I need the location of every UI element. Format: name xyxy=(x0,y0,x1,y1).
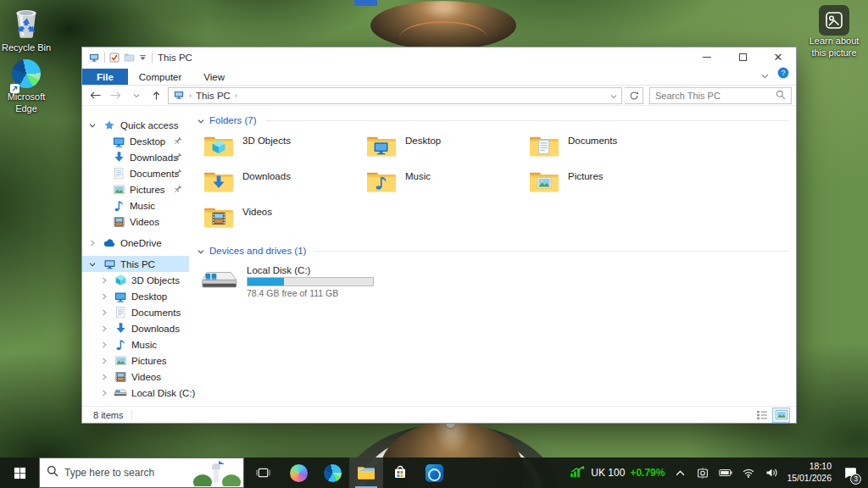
sidebar-item-3d-objects[interactable]: 3D Objects xyxy=(82,272,189,288)
battery-icon[interactable] xyxy=(718,458,733,488)
address-bar[interactable]: › This PC › xyxy=(168,87,622,104)
wallpaper-blue-banner xyxy=(354,0,377,6)
sidebar-item-videos[interactable]: Videos xyxy=(82,214,189,230)
sidebar-item-downloads[interactable]: Downloads xyxy=(82,149,189,165)
taskbar-search-box[interactable] xyxy=(39,458,244,488)
chevron-down-icon[interactable] xyxy=(198,243,204,258)
drive-tile-local-disk-c[interactable]: Local Disk (C:)78.4 GB free of 111 GB xyxy=(201,265,789,298)
chevron-right-icon[interactable] xyxy=(100,390,108,396)
stock-symbol: UK 100 xyxy=(591,467,625,479)
volume-icon[interactable] xyxy=(764,458,779,488)
qat-customize-button[interactable] xyxy=(139,54,147,61)
close-button[interactable]: ✕ xyxy=(760,47,796,67)
chevron-right-icon[interactable] xyxy=(100,341,108,348)
sidebar-item-downloads[interactable]: Downloads xyxy=(82,320,189,336)
stock-ticker-widget[interactable]: UK 100 +0.79% xyxy=(570,465,665,480)
folder-tile-music[interactable]: Music xyxy=(365,169,528,204)
sidebar-item-music[interactable]: Music xyxy=(82,336,189,352)
breadcrumb-chevron-icon[interactable]: › xyxy=(235,92,237,100)
file-explorer-window: This PC ✕ File Computer View ? › xyxy=(81,47,797,424)
desktop-wallpaper: Recycle Bin Microsoft Edge Learn about t… xyxy=(0,0,868,488)
chevron-down-icon[interactable] xyxy=(88,122,97,129)
folder-tile-desktop[interactable]: Desktop xyxy=(365,133,528,169)
forward-button[interactable] xyxy=(107,87,125,104)
sidebar-item-desktop[interactable]: Desktop xyxy=(82,133,189,149)
edge-icon xyxy=(324,464,342,482)
taskbar-app-copilot[interactable] xyxy=(281,458,315,488)
sidebar-item-music[interactable]: Music xyxy=(82,197,189,214)
sidebar-item-onedrive[interactable]: OneDrive xyxy=(82,235,189,251)
sidebar-item-label: Downloads xyxy=(130,152,178,163)
chevron-right-icon[interactable] xyxy=(100,358,108,364)
sidebar-item-pictures[interactable]: Pictures xyxy=(82,181,189,197)
group-header-devices-and-drives-1[interactable]: Devices and drives (1) xyxy=(198,243,789,258)
sidebar-item-documents[interactable]: Documents xyxy=(82,165,189,181)
expand-ribbon-icon[interactable] xyxy=(761,67,769,82)
clock-time: 18:10 xyxy=(787,461,832,473)
minimize-button[interactable] xyxy=(689,47,725,67)
qat-properties-button[interactable] xyxy=(109,53,120,63)
connect-device-icon[interactable] xyxy=(695,458,710,488)
chevron-right-icon[interactable] xyxy=(100,374,108,380)
chevron-right-icon[interactable] xyxy=(100,309,108,316)
group-divider xyxy=(265,120,789,121)
navigation-pane: Quick accessDesktopDownloadsDocumentsPic… xyxy=(82,106,189,406)
back-button[interactable] xyxy=(86,87,104,104)
chevron-right-icon[interactable] xyxy=(100,325,108,332)
chevron-down-icon[interactable] xyxy=(88,261,97,268)
chevron-right-icon[interactable] xyxy=(100,293,108,300)
recent-locations-dropdown[interactable] xyxy=(127,87,145,104)
chevron-right-icon[interactable] xyxy=(88,240,97,247)
sidebar-item-documents[interactable]: Documents xyxy=(82,304,189,320)
folder-tile-videos[interactable]: Videos xyxy=(203,204,365,240)
folder-tile-downloads[interactable]: Downloads xyxy=(203,169,365,204)
up-button[interactable] xyxy=(147,87,165,104)
chevron-down-icon[interactable] xyxy=(198,113,204,128)
qat-this-pc-small-button[interactable] xyxy=(88,53,100,63)
address-dropdown-icon[interactable] xyxy=(610,91,617,101)
large-icons-view-button[interactable] xyxy=(773,408,789,422)
sidebar-item-quick-access[interactable]: Quick access xyxy=(82,117,189,133)
learn-about-picture-button[interactable]: Learn about this picture xyxy=(804,5,865,59)
explorer-search-box[interactable] xyxy=(649,87,792,104)
details-view-button[interactable] xyxy=(754,408,770,422)
start-button[interactable] xyxy=(0,458,39,488)
help-icon[interactable]: ? xyxy=(777,67,789,82)
taskbar-app-store[interactable] xyxy=(383,458,417,488)
wifi-icon[interactable] xyxy=(741,458,756,488)
folder-tile-pictures[interactable]: Pictures xyxy=(528,169,691,204)
window-titlebar[interactable]: This PC ✕ xyxy=(82,47,796,67)
sidebar-item-pictures[interactable]: Pictures xyxy=(82,352,189,369)
search-icon xyxy=(776,88,786,103)
chevron-right-icon[interactable] xyxy=(100,277,108,284)
sidebar-item-desktop[interactable]: Desktop xyxy=(82,288,189,304)
group-header-folders-7[interactable]: Folders (7) xyxy=(198,113,789,128)
tab-file[interactable]: File xyxy=(82,69,128,85)
sidebar-item-local-disk-c[interactable]: Local Disk (C:) xyxy=(82,385,189,401)
hidden-icons-chevron[interactable] xyxy=(672,458,687,488)
taskbar-app-outlook[interactable] xyxy=(417,458,451,488)
tab-computer[interactable]: Computer xyxy=(128,69,193,85)
music-icon xyxy=(112,199,125,213)
refresh-button[interactable] xyxy=(625,87,643,104)
explorer-search-input[interactable] xyxy=(655,91,776,101)
breadcrumb-location[interactable]: This PC xyxy=(196,91,231,101)
taskbar-app-file-explorer[interactable] xyxy=(349,458,383,488)
sidebar-item-videos[interactable]: Videos xyxy=(82,369,189,385)
tab-view[interactable]: View xyxy=(192,69,236,85)
sidebar-item-this-pc[interactable]: This PC xyxy=(82,256,189,272)
qat-new-folder-button[interactable] xyxy=(124,53,135,62)
action-center-button[interactable]: 3 xyxy=(839,458,861,488)
task-view-button[interactable] xyxy=(244,458,281,488)
taskbar-app-edge[interactable] xyxy=(315,458,349,488)
taskbar-clock[interactable]: 18:10 15/01/2026 xyxy=(787,461,832,484)
notification-badge: 3 xyxy=(850,474,861,485)
desktop-icon-microsoft-edge[interactable]: Microsoft Edge xyxy=(0,59,54,114)
folder-tile-3d-objects[interactable]: 3D Objects xyxy=(203,133,365,169)
videos-icon xyxy=(112,215,125,229)
pin-icon xyxy=(173,136,183,147)
folder-tile-documents[interactable]: Documents xyxy=(528,133,691,169)
maximize-button[interactable] xyxy=(725,47,760,67)
desktop-icon-recycle-bin[interactable]: Recycle Bin xyxy=(0,5,54,54)
sidebar-item-label: Music xyxy=(131,340,157,350)
